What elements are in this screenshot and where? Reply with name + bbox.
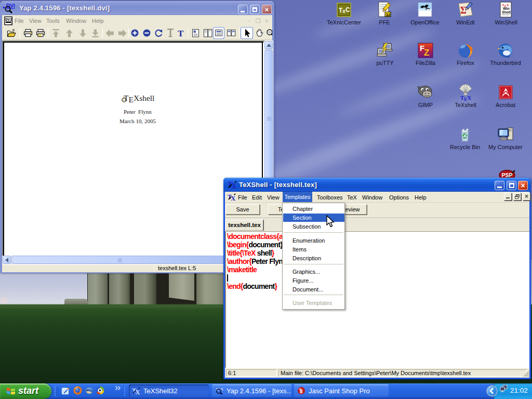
svg-text:TEX: TEX [460, 95, 471, 101]
svg-text:X: X [135, 389, 140, 395]
svg-text:X: X [231, 182, 236, 189]
svg-text:Shell: Shell [502, 10, 511, 14]
svg-text:PSP: PSP [502, 172, 513, 178]
svg-text:32: 32 [386, 12, 391, 17]
svg-text:Σ: Σ [460, 5, 467, 16]
svg-text:DVI: DVI [6, 3, 15, 9]
svg-text:8: 8 [300, 389, 303, 394]
svg-text:Z: Z [424, 48, 429, 58]
svg-text:T: T [178, 29, 184, 38]
svg-text:DVI: DVI [5, 18, 12, 22]
svg-text:X: X [231, 195, 235, 201]
svg-text:Win: Win [503, 7, 510, 10]
